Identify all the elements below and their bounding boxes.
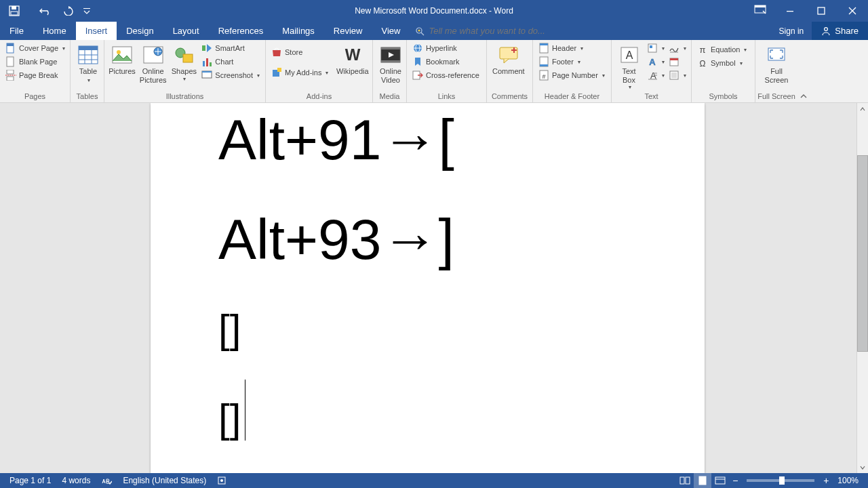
shapes-icon xyxy=(173,44,195,66)
wordart-button[interactable]: A▾ xyxy=(645,55,667,68)
close-button[interactable] xyxy=(837,0,868,22)
scroll-down-button[interactable] xyxy=(857,462,868,473)
svg-text:π: π xyxy=(700,45,706,55)
svg-rect-36 xyxy=(277,68,281,72)
wikipedia-button[interactable]: WWikipedia xyxy=(335,41,370,77)
language-status[interactable]: English (United States) xyxy=(117,473,212,488)
blank-page-button[interactable]: Blank Page xyxy=(3,55,68,68)
hyperlink-icon xyxy=(412,43,423,54)
sign-in-link[interactable]: Sign in xyxy=(771,22,812,40)
document-line-1[interactable]: Alt+91→[ xyxy=(218,107,705,173)
zoom-out-button[interactable]: − xyxy=(729,473,741,488)
store-icon xyxy=(271,47,282,58)
svg-rect-75 xyxy=(686,477,690,484)
svg-rect-47 xyxy=(511,49,517,51)
document-line-4[interactable]: [] xyxy=(218,380,705,442)
save-button[interactable] xyxy=(4,1,24,20)
smartart-button[interactable]: SmartArt xyxy=(199,41,262,55)
zoom-slider-handle[interactable] xyxy=(779,476,785,485)
redo-button[interactable] xyxy=(58,1,79,20)
tab-layout[interactable]: Layout xyxy=(163,22,209,40)
bookmark-button[interactable]: Bookmark xyxy=(410,55,482,68)
tab-review[interactable]: Review xyxy=(324,22,372,40)
chart-button[interactable]: Chart xyxy=(199,55,262,68)
undo-button[interactable] xyxy=(35,1,56,20)
cover-page-button[interactable]: Cover Page▾ xyxy=(3,41,68,55)
tab-references[interactable]: References xyxy=(209,22,273,40)
full-screen-button[interactable]: Full Screen xyxy=(758,41,795,85)
svg-rect-49 xyxy=(540,43,548,45)
tab-design[interactable]: Design xyxy=(117,22,163,40)
tab-home[interactable]: Home xyxy=(33,22,76,40)
table-button[interactable]: Table▾ xyxy=(73,41,103,85)
print-layout-button[interactable] xyxy=(694,473,711,488)
store-button[interactable]: Store xyxy=(269,45,331,59)
collapse-ribbon-button[interactable] xyxy=(800,92,808,100)
text-cursor xyxy=(245,380,245,441)
zoom-in-button[interactable]: + xyxy=(820,473,832,488)
svg-point-73 xyxy=(220,479,223,482)
tell-me-input[interactable] xyxy=(429,26,551,36)
screenshot-button[interactable]: Screenshot▾ xyxy=(199,68,262,82)
svg-text:A: A xyxy=(649,57,656,67)
share-button[interactable]: Share xyxy=(812,22,868,40)
hyperlink-button[interactable]: Hyperlink xyxy=(410,41,482,55)
group-addins: Store My Add-ins▾ WWikipedia Add-ins xyxy=(266,40,373,102)
pictures-button[interactable]: Pictures xyxy=(107,41,137,77)
scroll-track[interactable] xyxy=(857,115,868,462)
scroll-thumb[interactable] xyxy=(857,155,868,352)
web-layout-button[interactable] xyxy=(711,473,729,488)
signature-line-button[interactable]: ▾ xyxy=(667,41,688,55)
spellcheck-button[interactable] xyxy=(96,473,117,488)
group-illustrations: Pictures Online Pictures Shapes▾ SmartAr… xyxy=(104,40,266,102)
zoom-slider[interactable] xyxy=(747,479,814,482)
online-video-button[interactable]: Online Video xyxy=(376,41,406,85)
document-line-3[interactable]: [] xyxy=(218,306,705,352)
document-line-2[interactable]: Alt+93→] xyxy=(218,207,705,272)
scroll-up-button[interactable] xyxy=(857,103,868,115)
page-break-button[interactable]: Page Break xyxy=(3,68,68,82)
svg-rect-74 xyxy=(680,477,684,484)
tell-me-search[interactable] xyxy=(410,22,556,40)
header-button[interactable]: Header▾ xyxy=(536,41,608,55)
cross-reference-button[interactable]: Cross-reference xyxy=(410,68,482,82)
svg-rect-12 xyxy=(7,43,14,46)
svg-rect-28 xyxy=(183,54,193,62)
symbol-button[interactable]: ΩSymbol▾ xyxy=(694,56,749,70)
shapes-button[interactable]: Shapes▾ xyxy=(169,41,199,83)
bookmark-icon xyxy=(412,56,423,67)
tab-view[interactable]: View xyxy=(372,22,410,40)
tab-file[interactable]: File xyxy=(0,22,33,40)
drop-cap-button[interactable]: A▾ xyxy=(645,68,667,82)
footer-button[interactable]: Footer▾ xyxy=(536,55,608,68)
page[interactable]: Alt+91→[ Alt+93→] [] [] xyxy=(151,103,705,473)
quick-parts-button[interactable]: ▾ xyxy=(645,41,667,55)
svg-rect-76 xyxy=(699,476,706,485)
document-viewport[interactable]: Alt+91→[ Alt+93→] [] [] xyxy=(0,103,856,473)
comment-button[interactable]: Comment xyxy=(490,41,528,77)
equation-button[interactable]: πEquation▾ xyxy=(694,43,749,56)
text-box-button[interactable]: AText Box▾ xyxy=(614,41,644,92)
date-time-icon xyxy=(669,56,679,67)
page-status[interactable]: Page 1 of 1 xyxy=(4,473,56,488)
wikipedia-icon: W xyxy=(342,44,363,66)
read-mode-button[interactable] xyxy=(676,473,694,488)
display-options-button[interactable] xyxy=(749,0,772,19)
macro-record-button[interactable] xyxy=(212,473,232,488)
svg-text:W: W xyxy=(344,47,360,63)
vertical-scrollbar[interactable] xyxy=(856,103,868,473)
my-addins-button[interactable]: My Add-ins▾ xyxy=(269,66,331,79)
maximize-button[interactable] xyxy=(806,0,837,22)
object-button[interactable]: ▾ xyxy=(667,68,688,82)
qat-customize-button[interactable] xyxy=(81,1,92,20)
minimize-button[interactable] xyxy=(774,0,806,22)
tab-insert[interactable]: Insert xyxy=(76,22,117,40)
date-time-button[interactable] xyxy=(667,55,688,68)
online-pictures-button[interactable]: Online Pictures xyxy=(137,41,169,85)
tab-mailings[interactable]: Mailings xyxy=(273,22,324,40)
video-icon xyxy=(380,44,401,66)
svg-rect-3 xyxy=(83,8,90,9)
zoom-level[interactable]: 100% xyxy=(832,473,864,488)
word-count[interactable]: 4 words xyxy=(56,473,96,488)
page-number-button[interactable]: #Page Number▾ xyxy=(536,68,608,82)
